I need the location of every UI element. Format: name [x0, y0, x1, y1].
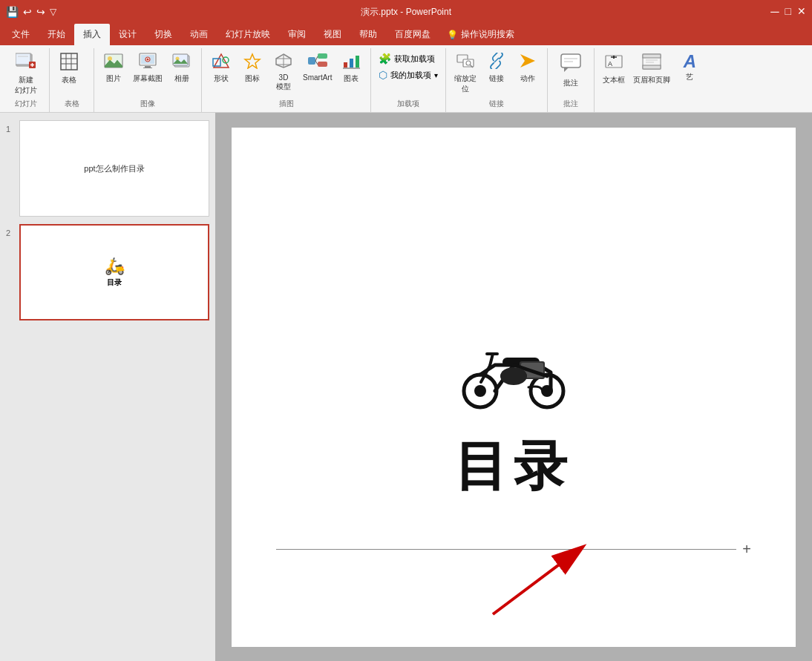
ribbon-content: 新建幻灯片 幻灯片 表格 — [0, 45, 812, 113]
3d-model-button[interactable]: 3D模型 — [269, 51, 298, 93]
album-button[interactable]: 相册 — [167, 51, 197, 85]
new-slide-button[interactable]: 新建幻灯片 — [7, 51, 45, 97]
shape-button[interactable]: 形状 — [206, 51, 236, 85]
icon-button[interactable]: 图标 — [238, 51, 267, 85]
addins-dropdown-icon[interactable]: ▾ — [434, 71, 438, 79]
svg-text:A: A — [608, 60, 612, 68]
tab-design[interactable]: 设计 — [110, 24, 145, 45]
tab-home[interactable]: 开始 — [39, 24, 74, 45]
get-addins-button[interactable]: 🧩 获取加载项 — [376, 51, 441, 66]
tab-file[interactable]: 文件 — [3, 24, 39, 45]
tab-insert[interactable]: 插入 — [74, 24, 110, 45]
minimize-icon[interactable]: ─ — [770, 5, 779, 19]
search-label: 操作说明搜索 — [461, 28, 514, 41]
slide-plus-icon[interactable]: + — [742, 541, 751, 558]
link-button[interactable]: 链接 — [482, 51, 511, 85]
icons-label: 图标 — [245, 73, 260, 84]
undo-icon[interactable]: ↩ — [23, 6, 32, 18]
slide-2-scooter: 🛵 — [105, 257, 125, 276]
slide-2-content: 🛵 目录 — [105, 257, 125, 288]
svg-rect-17 — [145, 66, 151, 68]
group-image: 图片 屏幕截图 — [94, 48, 202, 112]
group-links-items: 缩放定位 链接 — [451, 48, 543, 97]
maximize-icon[interactable]: □ — [785, 5, 791, 19]
scooter-image — [454, 317, 573, 416]
action-button[interactable]: 动作 — [513, 51, 543, 85]
tab-help[interactable]: 帮助 — [350, 24, 386, 45]
group-image-items: 图片 屏幕截图 — [99, 48, 197, 97]
group-table-items: 表格 — [54, 48, 89, 97]
zoom-button[interactable]: 缩放定位 — [451, 51, 480, 96]
close-icon[interactable]: ✕ — [797, 5, 806, 19]
slide-2-thumbnail[interactable]: 🛵 目录 — [19, 224, 209, 320]
wordart-button[interactable]: A 艺 — [675, 51, 704, 84]
group-comments: 批注 批注 — [548, 48, 595, 112]
group-table: 表格 表格 — [50, 48, 94, 112]
comment-button[interactable]: 批注 — [552, 51, 589, 90]
picture-button[interactable]: 图片 — [99, 51, 128, 85]
svg-rect-32 — [308, 57, 315, 65]
group-links: 缩放定位 链接 — [446, 48, 548, 112]
title-bar-left: 💾 ↩ ↪ ▽ — [6, 6, 56, 18]
textbox-icon: A — [604, 53, 623, 73]
svg-point-71 — [500, 367, 527, 385]
group-illustration-label: 插图 — [206, 97, 366, 112]
slide-1-thumbnail[interactable]: ppt怎么制作目录 — [19, 120, 209, 217]
smartart-label: SmartArt — [303, 73, 332, 82]
screenshot-label: 屏幕截图 — [133, 73, 163, 84]
my-addins-icon: ⬡ — [379, 69, 387, 81]
screenshot-button[interactable]: 屏幕截图 — [130, 51, 166, 85]
header-footer-icon — [642, 53, 661, 73]
main-area: 1 ppt怎么制作目录 2 🛵 目录 — [0, 113, 812, 661]
group-addins-label: 加载项 — [376, 97, 441, 112]
redo-icon[interactable]: ↪ — [36, 6, 45, 18]
chart-button[interactable]: 图表 — [336, 51, 366, 85]
ribbon: 文件 开始 插入 设计 切换 动画 幻灯片放映 审阅 视图 帮助 百度网盘 💡 … — [0, 24, 812, 113]
group-slides-label: 幻灯片 — [7, 97, 45, 112]
tab-baidu[interactable]: 百度网盘 — [386, 24, 439, 45]
my-addins-button[interactable]: ⬡ 我的加载项 ▾ — [376, 68, 441, 82]
svg-line-67 — [490, 354, 493, 366]
zoom-icon — [456, 53, 474, 72]
wordart-label: 艺 — [686, 72, 693, 82]
svg-rect-37 — [344, 62, 347, 68]
tab-animations[interactable]: 动画 — [181, 24, 217, 45]
group-text-label — [599, 108, 704, 112]
slide-1-container: 1 ppt怎么制作目录 — [6, 120, 209, 217]
svg-line-73 — [493, 547, 582, 614]
group-slides: 新建幻灯片 幻灯片 — [3, 48, 50, 112]
textbox-label: 文本框 — [603, 75, 625, 85]
3d-model-icon — [275, 53, 292, 72]
group-text-items: A 文本框 页眉和页脚 — [599, 48, 704, 108]
tab-review[interactable]: 审阅 — [279, 24, 315, 45]
header-footer-button[interactable]: 页眉和页脚 — [630, 51, 673, 87]
svg-rect-7 — [61, 53, 77, 70]
search-box-area[interactable]: 💡 操作说明搜索 — [447, 24, 514, 45]
svg-rect-47 — [561, 54, 580, 68]
tab-transitions[interactable]: 切换 — [145, 24, 181, 45]
table-button[interactable]: 表格 — [54, 51, 84, 87]
svg-rect-33 — [318, 53, 327, 59]
slide-1-number: 1 — [6, 120, 15, 134]
slide-1-text: ppt怎么制作目录 — [84, 163, 144, 174]
smartart-button[interactable]: SmartArt — [300, 51, 335, 83]
textbox-button[interactable]: A 文本框 — [599, 51, 629, 87]
shape-icon — [212, 53, 230, 72]
canvas-area[interactable]: 目录 + — [215, 113, 812, 661]
link-icon — [488, 53, 505, 72]
tab-view[interactable]: 视图 — [315, 24, 350, 45]
group-image-label: 图像 — [99, 97, 197, 112]
tab-slideshow[interactable]: 幻灯片放映 — [217, 24, 279, 45]
svg-marker-50 — [564, 68, 569, 72]
customize-icon[interactable]: ▽ — [50, 7, 56, 17]
comment-icon — [560, 53, 582, 76]
svg-marker-46 — [520, 54, 535, 68]
slide-canvas[interactable]: 目录 + — [232, 128, 796, 647]
svg-rect-56 — [643, 54, 661, 58]
ribbon-tabs: 文件 开始 插入 设计 切换 动画 幻灯片放映 审阅 视图 帮助 百度网盘 💡 … — [0, 24, 812, 45]
new-slide-label: 新建幻灯片 — [15, 75, 37, 96]
save-icon[interactable]: 💾 — [6, 6, 19, 18]
header-footer-label: 页眉和页脚 — [633, 75, 670, 85]
svg-marker-27 — [245, 54, 260, 68]
group-links-label: 链接 — [451, 97, 543, 112]
